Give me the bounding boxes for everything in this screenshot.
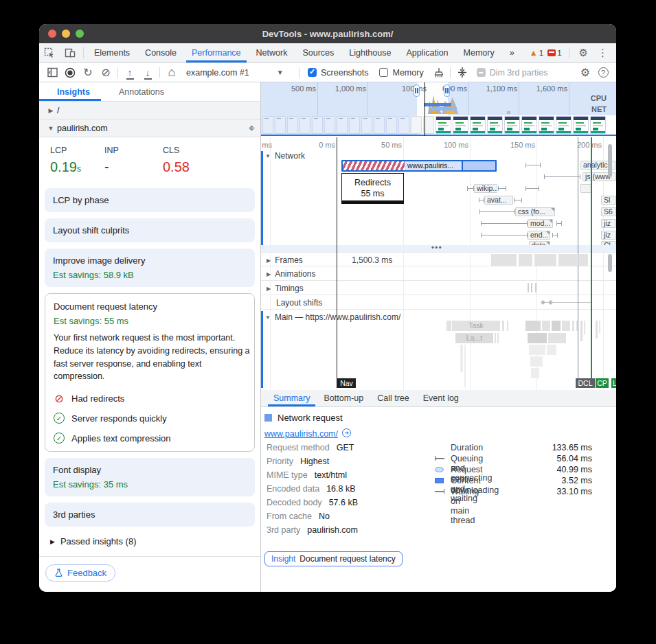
inspect-element-icon[interactable] [39,43,60,62]
cp-marker[interactable]: CP [596,378,609,388]
more-tabs-icon[interactable]: » [504,43,520,62]
tab-elements[interactable]: Elements [89,43,135,62]
tab-summary[interactable]: Summary [268,390,315,406]
network-row[interactable]: js (www [261,172,616,181]
filmstrip-thumb[interactable] [539,116,554,134]
filmstrip-thumb[interactable] [337,116,348,134]
network-row[interactable]: wikip... [261,184,616,193]
network-request-item[interactable]: wikip... [474,184,497,193]
kebab-menu-icon[interactable]: ⋮ [595,47,611,59]
feedback-button[interactable]: Feedback [45,564,115,582]
tab-console[interactable]: Console [139,43,182,62]
reveal-request-icon[interactable]: ➜ [342,428,351,437]
filmstrip-thumb[interactable] [470,116,486,134]
site-row[interactable]: ▼ paulirish.com ⌖ [39,119,260,137]
timings-track[interactable]: ▶ Timings [261,281,616,295]
filmstrip-thumb[interactable] [299,116,310,134]
tab-insights[interactable]: Insights [39,82,101,101]
filmstrip-thumb[interactable] [312,116,323,134]
filmstrip-thumb[interactable] [487,116,503,134]
field-data-icon[interactable]: ⌖ [249,122,255,135]
filmstrip-thumb[interactable] [573,116,589,134]
filmstrip-thumb[interactable] [275,116,286,134]
scrollbar-thumb[interactable] [608,144,612,177]
minimize-window-button[interactable] [62,30,70,38]
network-request-item[interactable]: data... [529,241,550,245]
help-icon[interactable]: ? [594,65,612,81]
save-profile-icon[interactable]: ↓ [139,65,157,81]
tab-network[interactable]: Network [251,43,293,62]
filmstrip-thumb[interactable] [324,116,335,134]
filmstrip[interactable] [261,115,616,136]
insight-card-layout-shift-culprits[interactable]: Layout shift culprits [45,218,255,242]
dimmed-task-bar[interactable]: Task [452,321,500,331]
filmstrip-thumb[interactable] [349,116,360,134]
flame-chart[interactable]: 0 ms 0 ms 50 ms 100 ms 150 ms 200 ms ▼ N… [261,137,616,390]
tab-event-log[interactable]: Event log [418,390,464,406]
history-dropdown[interactable]: example.com #1 ▼ [181,68,296,78]
network-request-item[interactable]: jiz [601,231,616,240]
tab-lighthouse[interactable]: Lighthouse [343,43,396,62]
filmstrip-thumb[interactable] [411,116,422,134]
network-row[interactable]: mod... jiz [261,219,616,228]
settings-gear-icon[interactable]: ⚙ [576,47,591,59]
memory-checkbox[interactable]: Memory [379,68,423,78]
filmstrip-thumb[interactable] [386,116,397,134]
minimap-right-handle[interactable] [444,84,450,97]
network-row[interactable]: data... Cl [261,241,616,245]
layout-shifts-track[interactable]: Layout shifts [261,295,616,310]
tab-performance[interactable]: Performance [186,43,247,62]
frames-track[interactable]: ▶ Frames 1,500.3 ms [261,252,616,266]
clear-button[interactable]: ⊘ [97,65,115,81]
load-profile-icon[interactable]: ↑ [121,65,139,81]
screenshots-checkbox[interactable]: Screenshots [308,68,368,78]
track-resize-handle[interactable]: ••• [261,245,616,252]
timeline-minimap[interactable]: 500 ms 1,000 ms 100 ms 600 ms 1,100 ms 1… [261,82,616,137]
insight-chip[interactable]: Insight Document request latency [264,551,403,566]
metric-lcp[interactable]: LCP 0.19s [50,146,104,175]
close-window-button[interactable] [48,30,56,38]
tab-call-tree[interactable]: Call tree [372,390,415,406]
reload-and-record-button[interactable]: ↻ [79,65,97,81]
warnings-badge[interactable]: ▲1 [530,48,543,58]
device-toolbar-icon[interactable] [60,43,80,62]
metric-inp[interactable]: INP - [104,146,163,175]
toggle-sidebar-icon[interactable] [43,65,61,81]
network-request-item[interactable]: Cl [601,241,616,245]
tab-annotations[interactable]: Annotations [101,82,175,101]
breadcrumb-row[interactable]: ▶ / [39,102,260,119]
network-row[interactable]: css (fo... S6 [261,207,616,216]
passed-insights-row[interactable]: ▶ Passed insights (8) [39,527,260,555]
home-icon[interactable]: ⌂ [163,65,181,81]
network-request-item[interactable]: Sl [601,196,616,205]
network-request-item[interactable]: mod... [528,219,553,228]
filmstrip-thumb[interactable] [521,116,537,134]
network-request-item[interactable]: css (fo... [515,207,555,216]
tab-sources[interactable]: Sources [297,43,339,62]
insight-card-document-request-latency[interactable]: Document request latency Est savings: 55… [45,293,255,452]
layout-shift-marker[interactable] [541,300,545,305]
dim-3rd-parties-checkbox[interactable]: Dim 3rd parties [477,68,548,78]
filmstrip-thumb[interactable] [453,116,468,134]
network-request-item[interactable]: S6 [601,207,616,216]
gc-broom-icon[interactable] [429,65,447,81]
filmstrip-thumb[interactable] [504,116,520,134]
window-titlebar[interactable]: DevTools - www.paulirish.com/ [39,24,616,43]
insight-card-lcp-by-phase[interactable]: LCP by phase [45,188,255,212]
issues-badge[interactable]: 1 [547,49,561,57]
filmstrip-thumb[interactable] [287,116,298,134]
tab-memory[interactable]: Memory [458,43,500,62]
network-request-item[interactable]: end... [528,231,550,240]
filmstrip-thumb[interactable] [361,116,372,134]
collapse-tracks-icon[interactable] [453,65,471,81]
filmstrip-thumb[interactable] [556,116,572,134]
insight-card-3rd-parties[interactable]: 3rd parties [45,503,255,527]
network-track-header[interactable]: ▼ Network [265,151,305,161]
filmstrip-thumb[interactable] [262,116,273,134]
scrollbar-thumb[interactable] [608,254,612,272]
zoom-window-button[interactable] [76,30,84,38]
dimmed-task-bar[interactable]: La...t [455,333,493,343]
filmstrip-thumb[interactable] [590,116,606,134]
filmstrip-thumb[interactable] [398,116,409,134]
network-row[interactable]: avat... Sl [261,196,616,205]
